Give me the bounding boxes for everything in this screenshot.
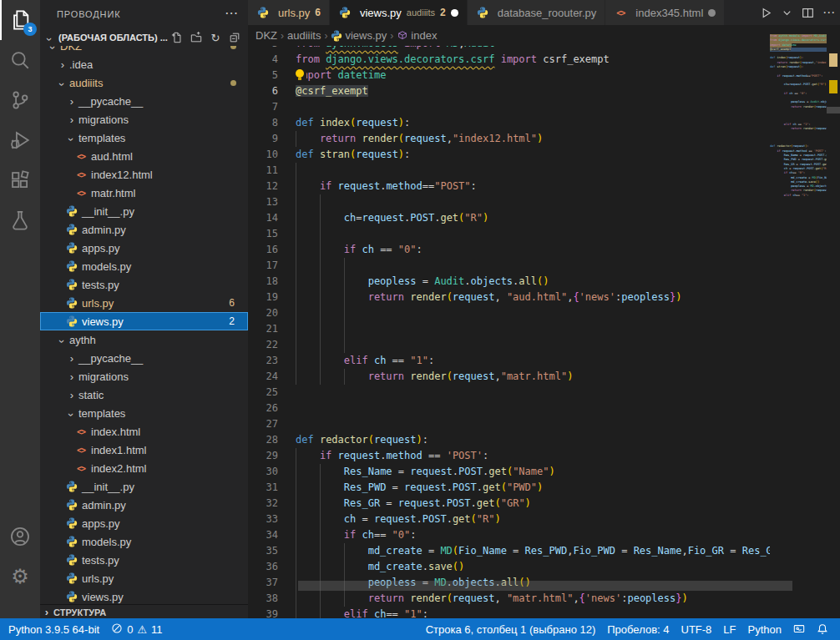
tree-item-index2.html[interactable]: <>index2.html <box>40 459 248 477</box>
more-actions-icon[interactable]: ⋯ <box>225 5 238 21</box>
line-number[interactable]: 18 <box>248 274 278 290</box>
split-editor-button[interactable] <box>802 7 814 19</box>
code-line-3[interactable]: 3from aythh.models import MD,Audit <box>248 46 770 52</box>
code-line-9[interactable]: 9 return render(request,"index12.html") <box>248 131 770 147</box>
tree-item-models.py[interactable]: models.py <box>40 257 248 275</box>
tree-item-templates[interactable]: ›templates <box>40 129 248 147</box>
tree-item-__init__.py[interactable]: __init__.py <box>40 477 248 496</box>
activity-run-debug-icon[interactable] <box>0 120 40 160</box>
code-line-10[interactable]: 10def stran(request): <box>248 147 770 163</box>
line-number[interactable]: 8 <box>248 115 278 131</box>
activity-search-icon[interactable] <box>0 40 40 80</box>
line-number[interactable]: 31 <box>248 480 278 496</box>
code-line-19[interactable]: 19 return render(request, "aud.html",{'n… <box>248 290 770 305</box>
code-line-29[interactable]: 29 if request.method == 'POST': <box>248 448 770 464</box>
line-number[interactable]: 23 <box>248 353 278 369</box>
line-number[interactable]: 3 <box>248 46 278 52</box>
code-line-16[interactable]: 16 if ch == "0": <box>248 242 770 258</box>
line-number[interactable]: 11 <box>248 163 278 179</box>
breadcrumb-views.py[interactable]: views.py <box>331 29 387 42</box>
tree-item-tests.py[interactable]: tests.py <box>40 551 248 569</box>
code-line-22[interactable]: 22 <box>248 337 770 353</box>
new-file-icon[interactable] <box>170 31 184 44</box>
code-line-32[interactable]: 32 Res_GR = request.POST.get("GR") <box>248 496 770 511</box>
line-number[interactable]: 24 <box>248 369 278 385</box>
code-line-8[interactable]: 8def index(request): <box>248 115 770 131</box>
more-icon[interactable]: ⋯ <box>822 5 835 20</box>
tree-item-admin.py[interactable]: admin.py <box>40 496 248 514</box>
line-number[interactable]: 25 <box>248 385 278 401</box>
line-number[interactable]: 39 <box>248 607 278 618</box>
tree-item-DKZ[interactable]: ›DKZ <box>40 46 248 55</box>
activity-source-control-icon[interactable] <box>0 80 40 120</box>
tree-item-migrations[interactable]: ›migrations <box>40 367 248 386</box>
tree-item-urls.py[interactable]: urls.py <box>40 569 248 587</box>
workspace-section-header[interactable]: › (РАБОЧАЯ ОБЛАСТЬ) ... ↻ <box>40 29 248 46</box>
code-line-18[interactable]: 18 peopless = Audit.objects.all() <box>248 274 770 290</box>
line-number[interactable]: 9 <box>248 131 278 147</box>
tree-item-__init__.py[interactable]: __init__.py <box>40 202 248 220</box>
collapse-all-icon[interactable] <box>228 31 241 44</box>
line-number[interactable]: 17 <box>248 258 278 274</box>
code-line-39[interactable]: 39 elif ch== "1": <box>248 607 770 618</box>
status-problems[interactable]: 0⚠11 <box>111 622 162 637</box>
tree-item-views.py[interactable]: views.py <box>40 587 248 604</box>
tree-item-index.html[interactable]: <>index.html <box>40 422 248 441</box>
code-line-5[interactable]: 5import datetime <box>248 68 770 83</box>
line-number[interactable]: 35 <box>248 543 278 559</box>
tab-index345.html[interactable]: <>index345.html <box>605 0 725 25</box>
line-number[interactable]: 10 <box>248 147 278 163</box>
breadcrumb-audiiits[interactable]: audiiits <box>287 29 321 42</box>
dropdown-button[interactable] <box>781 7 793 19</box>
code-line-23[interactable]: 23 elif ch == "1": <box>248 353 770 369</box>
tree-item-__pycache__[interactable]: ›__pycache__ <box>40 349 248 367</box>
activity-explorer-icon[interactable]: 3 <box>0 0 42 40</box>
new-folder-icon[interactable] <box>190 31 203 44</box>
breadcrumb-DKZ[interactable]: DKZ <box>256 29 277 42</box>
tab-views.py[interactable]: views.pyaudiiits2 <box>330 0 468 25</box>
line-number[interactable]: 32 <box>248 496 278 511</box>
tree-item-apps.py[interactable]: apps.py <box>40 239 248 257</box>
tree-item-templates[interactable]: ›templates <box>40 404 248 422</box>
code-line-17[interactable]: 17 <box>248 258 770 274</box>
code-line-27[interactable]: 27 <box>248 416 770 432</box>
code-line-30[interactable]: 30 Res_Name = request.POST.get("Name") <box>248 464 770 480</box>
code-line-6[interactable]: 6@csrf_exempt <box>248 83 770 99</box>
tree-item-aud.html[interactable]: <>aud.html <box>40 147 248 165</box>
vertical-scrollbar[interactable] <box>827 107 840 113</box>
tree-item-admin.py[interactable]: admin.py <box>40 220 248 239</box>
code-line-34[interactable]: 34 if ch== "0": <box>248 527 770 543</box>
minimap[interactable]: from aythh.models import MD,Auditfrom dj… <box>770 25 827 602</box>
line-number[interactable]: 28 <box>248 432 278 448</box>
tree-item-static[interactable]: ›static <box>40 386 248 404</box>
code-editor[interactable]: 3from aythh.models import MD,Audit4from … <box>248 46 770 618</box>
activity-testing-icon[interactable] <box>0 200 40 240</box>
activity-account-icon[interactable] <box>0 517 40 557</box>
tree-item-migrations[interactable]: ›migrations <box>40 110 248 129</box>
tree-item-__pycache__[interactable]: ›__pycache__ <box>40 92 248 110</box>
line-number[interactable]: 34 <box>248 527 278 543</box>
line-number[interactable]: 16 <box>248 242 278 258</box>
tree-item-models.py[interactable]: models.py <box>40 532 248 551</box>
code-line-28[interactable]: 28def redactor(request): <box>248 432 770 448</box>
code-line-20[interactable]: 20 <box>248 305 770 321</box>
line-number[interactable]: 27 <box>248 416 278 432</box>
line-number[interactable]: 20 <box>248 305 278 321</box>
status-bell-icon[interactable] <box>817 623 828 635</box>
lightbulb-icon[interactable] <box>295 69 306 82</box>
tab-urls.py[interactable]: urls.py6 <box>248 0 330 25</box>
tree-item-.idea[interactable]: ›.idea <box>40 55 248 73</box>
status-encoding[interactable]: UTF-8 <box>681 623 712 636</box>
status-eol[interactable]: LF <box>723 623 736 636</box>
code-line-4[interactable]: 4from django.views.decorators.csrf impor… <box>248 52 770 68</box>
line-number[interactable]: 37 <box>248 575 278 591</box>
tree-item-index1.html[interactable]: <>index1.html <box>40 441 248 459</box>
status-feedback-icon[interactable] <box>793 623 805 635</box>
code-line-14[interactable]: 14 ch=request.POST.get("R") <box>248 210 770 226</box>
breadcrumb-index[interactable]: index <box>397 29 437 42</box>
tree-item-apps.py[interactable]: apps.py <box>40 514 248 532</box>
code-line-26[interactable]: 26 <box>248 401 770 416</box>
code-line-38[interactable]: 38 return render(request, "matr.html",{'… <box>248 591 770 607</box>
status-cursor-position[interactable]: Строка 6, столбец 1 (выбрано 12) <box>426 623 596 636</box>
line-number[interactable]: 30 <box>248 464 278 480</box>
